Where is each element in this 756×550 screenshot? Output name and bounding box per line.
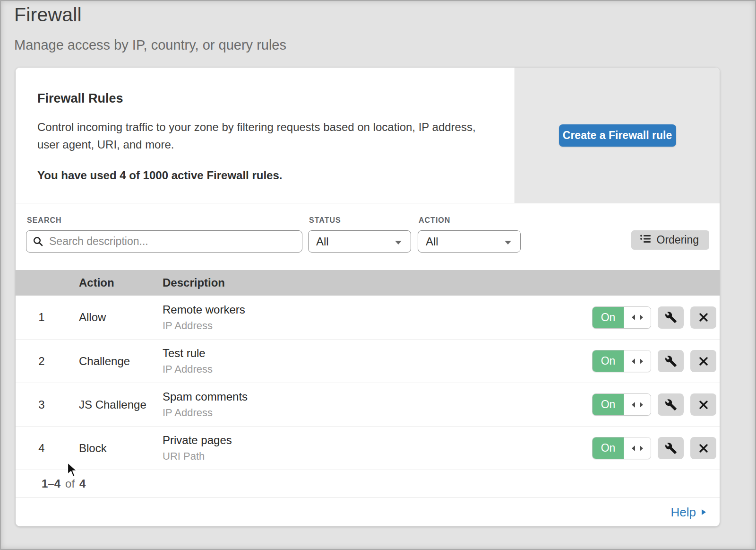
rule-description-cell: Remote workers IP Address: [163, 303, 592, 332]
rule-action: Block: [79, 442, 163, 455]
search-filter-group: SEARCH: [26, 216, 302, 253]
rules-card-description: Control incoming traffic to your zone by…: [37, 118, 486, 153]
table-row: 2 Challenge Test rule IP Address On: [16, 339, 720, 383]
table-row: 1 Allow Remote workers IP Address On: [16, 296, 720, 339]
column-header-description: Description: [163, 276, 720, 289]
rule-status-toggle[interactable]: On: [592, 306, 651, 329]
left-right-arrows-icon: [631, 445, 644, 452]
search-label: SEARCH: [27, 216, 302, 225]
help-link-label: Help: [671, 505, 696, 520]
help-link[interactable]: Help: [671, 505, 706, 520]
rule-description-cell: Spam comments IP Address: [163, 390, 592, 419]
firewall-rules-card: Firewall Rules Control incoming traffic …: [16, 68, 720, 526]
chevron-down-icon: [394, 235, 403, 248]
rules-intro-text: Firewall Rules Control incoming traffic …: [16, 68, 515, 203]
rule-match-type: IP Address: [163, 363, 592, 375]
action-select[interactable]: All: [418, 230, 521, 253]
edit-rule-button[interactable]: [658, 393, 684, 416]
rule-description: Remote workers: [163, 303, 592, 316]
table-row: 4 Block Private pages URI Path On: [16, 426, 720, 470]
page-background: Firewall Manage access by IP, country, o…: [0, 0, 756, 550]
rule-status-toggle[interactable]: On: [592, 350, 651, 372]
page-subtitle: Manage access by IP, country, or query r…: [14, 37, 286, 53]
filter-bar: SEARCH STATUS All: [16, 203, 720, 270]
search-input[interactable]: [26, 230, 302, 253]
rule-controls: On: [592, 350, 720, 372]
rules-intro-section: Firewall Rules Control incoming traffic …: [16, 68, 720, 203]
rule-controls: On: [592, 393, 720, 416]
column-header-action: Action: [79, 276, 163, 289]
edit-rule-button[interactable]: [658, 306, 684, 329]
edit-rule-button[interactable]: [658, 437, 684, 459]
wrench-icon: [665, 399, 677, 411]
rule-priority: 3: [16, 398, 79, 411]
toggle-on-label: On: [593, 394, 624, 415]
status-select-value: All: [316, 235, 329, 248]
rule-match-type: URI Path: [163, 450, 592, 463]
toggle-on-label: On: [593, 350, 624, 372]
rule-priority: 2: [16, 355, 79, 368]
pagination-bar: 1–4 of 4: [16, 470, 720, 498]
rule-controls: On: [592, 437, 720, 459]
status-label: STATUS: [309, 216, 411, 225]
rule-controls: On: [592, 306, 720, 329]
left-right-arrows-icon: [631, 402, 644, 408]
rule-priority: 4: [16, 442, 79, 455]
action-select-value: All: [426, 235, 438, 248]
rule-description: Spam comments: [163, 390, 592, 403]
table-header: Action Description: [16, 270, 720, 296]
left-right-arrows-icon: [631, 358, 644, 365]
status-filter-group: STATUS All: [308, 216, 411, 253]
close-icon: [698, 443, 709, 454]
wrench-icon: [665, 442, 677, 454]
delete-rule-button[interactable]: [690, 306, 716, 329]
status-select[interactable]: All: [308, 230, 411, 253]
ordering-button-label: Ordering: [657, 234, 699, 246]
pagination-range: 1–4: [42, 477, 60, 490]
triangle-right-icon: [701, 508, 706, 516]
rule-match-type: IP Address: [163, 407, 592, 419]
toggle-drag-handle[interactable]: [624, 350, 651, 372]
pagination-of-text: of: [65, 477, 75, 490]
search-icon: [33, 236, 44, 249]
rule-description: Test rule: [163, 347, 592, 360]
wrench-icon: [665, 311, 677, 323]
wrench-icon: [665, 355, 677, 367]
rules-usage-note: You have used 4 of 1000 active Firewall …: [37, 169, 486, 182]
delete-rule-button[interactable]: [690, 393, 716, 416]
rule-action: Allow: [79, 311, 163, 324]
close-icon: [698, 356, 709, 367]
rule-description-cell: Private pages URI Path: [163, 434, 592, 463]
chevron-down-icon: [503, 235, 513, 248]
page-title: Firewall: [14, 4, 82, 26]
rule-priority: 1: [16, 311, 79, 324]
toggle-drag-handle[interactable]: [624, 394, 651, 415]
toggle-drag-handle[interactable]: [624, 437, 651, 459]
rule-match-type: IP Address: [163, 320, 592, 332]
help-bar: Help: [16, 498, 720, 526]
delete-rule-button[interactable]: [690, 350, 716, 372]
rule-description-cell: Test rule IP Address: [163, 347, 592, 375]
search-input-wrapper: [26, 230, 302, 253]
create-firewall-rule-button[interactable]: Create a Firewall rule: [559, 124, 676, 147]
table-row: 3 JS Challenge Spam comments IP Address …: [16, 383, 720, 426]
toggle-drag-handle[interactable]: [624, 307, 651, 328]
rule-action: Challenge: [79, 355, 163, 368]
ordering-button[interactable]: Ordering: [631, 230, 709, 250]
rule-status-toggle[interactable]: On: [592, 437, 651, 459]
toggle-on-label: On: [593, 437, 624, 459]
rules-card-title: Firewall Rules: [37, 91, 486, 106]
left-right-arrows-icon: [631, 314, 644, 321]
create-rule-panel: Create a Firewall rule: [515, 68, 720, 203]
close-icon: [698, 400, 709, 410]
action-label: ACTION: [419, 216, 521, 225]
rule-description: Private pages: [163, 434, 592, 447]
toggle-on-label: On: [593, 307, 624, 328]
rule-status-toggle[interactable]: On: [592, 393, 651, 416]
delete-rule-button[interactable]: [690, 437, 716, 459]
ordered-list-icon: [640, 234, 651, 246]
edit-rule-button[interactable]: [658, 350, 684, 372]
rule-action: JS Challenge: [79, 398, 163, 411]
close-icon: [698, 312, 709, 323]
pagination-total: 4: [79, 477, 86, 490]
